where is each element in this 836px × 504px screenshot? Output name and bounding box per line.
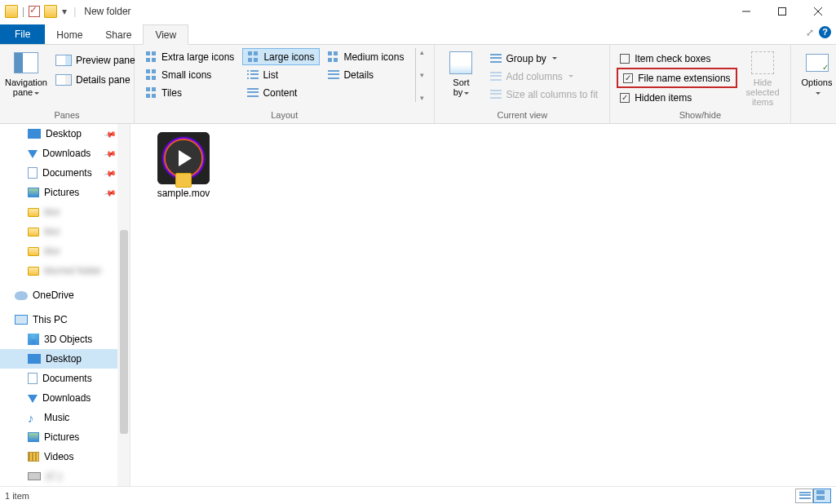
layout-large-icons[interactable]: Large icons [242,48,320,65]
download-icon [28,150,38,158]
video-file-icon [157,132,210,184]
group-by-button[interactable]: Group by [485,50,603,67]
sidebar-item-drive-c[interactable]: (C:) [0,466,130,486]
layout-list[interactable]: List [242,66,320,83]
sidebar-item-desktop-qa[interactable]: Desktop📌 [0,124,130,144]
folder-icon [28,267,39,276]
options-icon [806,54,829,72]
thispc-icon [15,315,28,325]
file-name: sample.mov [147,188,220,199]
checkbox-icon [620,54,630,64]
maximize-button[interactable] [764,0,800,23]
checkbox-icon [623,73,633,83]
pin-icon: 📌 [104,147,117,160]
tab-file[interactable]: File [0,24,45,44]
size-columns-button[interactable]: Size all columns to fit [485,86,603,103]
group-label-panes: Panes [7,110,127,122]
sidebar-item-pictures[interactable]: Pictures [0,427,130,447]
layout-medium-icons[interactable]: Medium icons [323,48,409,65]
close-button[interactable] [800,0,836,23]
qat-newfolder-icon[interactable] [44,5,57,18]
options-button[interactable]: Options [798,48,836,99]
sidebar-item-desktop[interactable]: Desktop [0,349,130,369]
sidebar-scrollbar[interactable] [117,124,130,486]
window-title: New folder [84,6,130,17]
3d-objects-icon [28,334,39,345]
music-icon: ♪ [28,411,39,425]
sidebar-item-music[interactable]: ♪Music [0,408,130,427]
minimize-button[interactable] [728,0,764,23]
svg-rect-1 [779,8,786,15]
navigation-tree[interactable]: Desktop📌 Downloads📌 Documents📌 Pictures📌… [0,124,130,486]
drive-icon [28,472,41,480]
sidebar-item-3dobjects[interactable]: 3D Objects [0,329,130,349]
pictures-icon [28,188,39,197]
desktop-icon [28,129,41,139]
desktop-icon [28,354,41,364]
pin-icon: 📌 [104,127,117,140]
preview-pane-button[interactable]: Preview pane [51,51,140,69]
help-icon[interactable]: ? [819,26,831,38]
pictures-icon [28,432,39,442]
sidebar-item-documents[interactable]: Documents [0,369,130,388]
layout-extra-large-icons[interactable]: Extra large icons [141,48,239,65]
item-check-boxes-checkbox[interactable]: Item check boxes [617,50,736,67]
qat-dropdown-icon[interactable]: ▾ [59,6,70,17]
onedrive-icon [15,291,28,300]
group-label-showhide: Show/hide [617,110,783,122]
sidebar-item-downloads[interactable]: Downloads [0,388,130,408]
qat-properties-icon[interactable] [29,6,40,17]
add-columns-button[interactable]: Add columns [485,68,603,85]
sidebar-item-folder-blur[interactable]: blur [0,241,130,261]
group-label-layout: Layout [141,110,427,122]
hidden-items-checkbox[interactable]: Hidden items [617,89,736,106]
pin-icon: 📌 [104,166,117,179]
checkbox-icon [620,93,630,103]
sidebar-item-documents-qa[interactable]: Documents📌 [0,163,130,183]
sort-by-button[interactable]: Sort by [441,48,480,99]
sidebar-item-folder-blur[interactable]: blurred folder [0,261,130,281]
hide-selected-icon [751,51,774,74]
sidebar-item-folder-blur[interactable]: blur [0,202,130,222]
view-details-button[interactable] [795,489,813,503]
pin-icon: 📌 [104,186,117,199]
layout-details[interactable]: Details [323,66,409,83]
sort-icon [449,51,472,74]
group-label-currentview: Current view [441,110,603,122]
sidebar-item-pictures-qa[interactable]: Pictures📌 [0,183,130,202]
layout-tiles[interactable]: Tiles [141,84,239,101]
hide-selected-button[interactable]: Hide selected items [742,48,784,108]
file-item[interactable]: sample.mov [147,132,220,199]
tab-share[interactable]: Share [94,25,143,44]
layout-content[interactable]: Content [242,84,320,101]
folder-icon [28,247,39,256]
sidebar-item-videos[interactable]: Videos [0,447,130,466]
details-pane-icon [55,74,72,86]
navigation-pane-button[interactable]: Navigation pane [7,48,46,99]
ribbon-minimize-icon[interactable]: ⤢ [806,27,814,38]
tab-home[interactable]: Home [45,25,94,44]
sidebar-item-thispc[interactable]: This PC [0,310,130,329]
document-icon [28,167,38,179]
navigation-pane-icon [14,52,38,73]
document-icon [28,373,38,384]
sidebar-item-downloads-qa[interactable]: Downloads📌 [0,144,130,163]
file-name-extensions-checkbox[interactable]: File name extensions [620,69,733,86]
view-large-icons-button[interactable] [813,489,831,503]
folder-icon [28,228,39,237]
details-pane-button[interactable]: Details pane [51,71,140,88]
folder-icon [5,5,18,18]
layout-small-icons[interactable]: Small icons [141,66,239,83]
layout-gallery-scroll[interactable]: ▴▾▾ [415,48,427,102]
tab-view[interactable]: View [143,24,188,45]
status-item-count: 1 item [5,491,29,501]
folder-icon [28,208,39,217]
download-icon [28,395,38,403]
videos-icon [28,452,39,462]
preview-pane-icon [55,55,72,66]
sidebar-item-onedrive[interactable]: OneDrive [0,285,130,305]
sidebar-item-folder-blur[interactable]: blur [0,222,130,241]
file-list-area[interactable]: sample.mov [130,124,836,486]
